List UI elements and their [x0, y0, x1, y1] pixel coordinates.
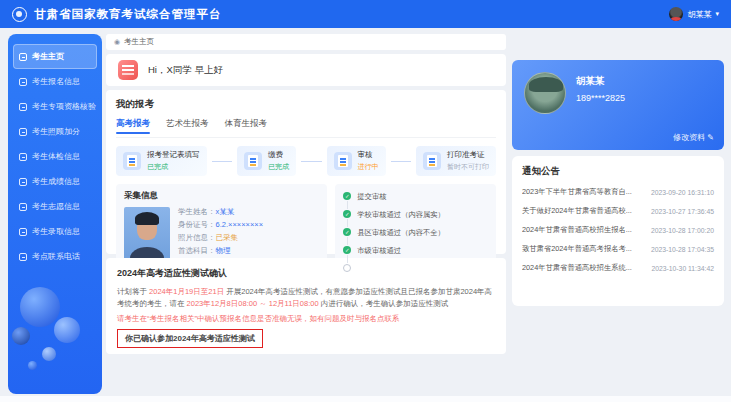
user-name: 胡某某	[687, 9, 711, 20]
breadcrumb-label[interactable]: 考生主页	[124, 37, 154, 47]
notice-time: 2023-10-28 17:00:20	[651, 227, 714, 234]
tab-gaokao[interactable]: 高考报考	[116, 118, 150, 133]
step-connector	[212, 161, 233, 162]
tab-art-student[interactable]: 艺术生报考	[166, 118, 209, 133]
notice-row[interactable]: 2023年下半年甘肃省高等教育自... 2023-09-20 16:31:10	[522, 187, 714, 197]
tab-sports-student[interactable]: 体育生报考	[225, 118, 268, 133]
printer-icon	[423, 152, 441, 170]
sidebar-item-label: 考生报名信息	[32, 76, 80, 87]
sidebar-item-special-qualification[interactable]: 考生专项资格核验	[13, 94, 97, 119]
notice-time: 2023-10-27 17:36:45	[651, 208, 714, 215]
payment-icon	[244, 152, 262, 170]
sidebar-item-preferences[interactable]: 考生志愿信息	[13, 194, 97, 219]
check-icon: ✓	[343, 192, 351, 200]
notices-card: 通知公告 2023年下半年甘肃省高等教育自... 2023-09-20 16:3…	[512, 156, 724, 306]
my-exam-title: 我的报考	[116, 98, 496, 111]
step-review[interactable]: 审核 进行中	[327, 146, 386, 176]
step-print-ticket[interactable]: 打印准考证 暂时不可打印	[416, 146, 496, 176]
user-menu[interactable]: 胡某某 ▾	[669, 7, 719, 21]
registration-icon	[19, 78, 27, 86]
user-avatar-icon	[669, 7, 683, 21]
notice-link[interactable]: 2024年甘肃省普通高校招生报名...	[522, 225, 632, 235]
admission-icon	[19, 228, 27, 236]
notice-link[interactable]: 致甘肃省2024年普通高考报名考...	[522, 244, 632, 254]
step-label: 缴费	[268, 150, 289, 160]
preference-icon	[19, 203, 27, 211]
sidebar-item-label: 考生专项资格核验	[32, 101, 96, 112]
sidebar-item-physical-exam[interactable]: 考生体检信息	[13, 144, 97, 169]
health-icon	[19, 153, 27, 161]
sidebar-item-home[interactable]: 考生主页	[13, 44, 97, 69]
qualification-icon	[19, 103, 27, 111]
sidebar-item-admission[interactable]: 考生录取信息	[13, 219, 97, 244]
sidebar-item-contact-phone[interactable]: 考点联系电话	[13, 244, 97, 269]
check-icon: ✓	[343, 228, 351, 236]
profile-phone: 189****2825	[576, 93, 625, 103]
sidebar-item-label: 考生成绩信息	[32, 176, 80, 187]
confirmed-badge: 你已确认参加2024年高考适应性测试	[117, 329, 263, 348]
edit-pencil-icon: ✎	[707, 133, 714, 142]
breadcrumb: ◉ 考生主页	[106, 34, 506, 50]
score-icon	[19, 178, 27, 186]
step-status: 进行中	[358, 162, 379, 172]
confirm-paragraph: 计划将于 2024年1月19日至21日 开展2024年高考适应性测试，有意愿参加…	[117, 286, 495, 311]
step-label: 审核	[358, 150, 379, 160]
field-student-name: 学生姓名： x某某	[178, 207, 263, 217]
step-status: 已完成	[147, 162, 200, 172]
step-registration-form[interactable]: 报考登记表填写 已完成	[116, 146, 207, 176]
greeting-text: Hi，X同学 早上好	[148, 64, 223, 77]
sidebar-item-label: 考生录取信息	[32, 226, 80, 237]
form-icon	[123, 152, 141, 170]
step-payment[interactable]: 缴费 已完成	[237, 146, 296, 176]
sidebar-item-label: 考生主页	[32, 51, 64, 62]
field-first-subject: 首选科目： 物理	[178, 246, 263, 256]
step-status: 暂时不可打印	[447, 162, 489, 172]
footer-strip	[0, 396, 731, 402]
sidebar-item-scores[interactable]: 考生成绩信息	[13, 169, 97, 194]
step-connector	[301, 161, 322, 162]
step-status: 已完成	[268, 162, 289, 172]
step-connector	[391, 161, 412, 162]
collected-info-title: 采集信息	[124, 190, 319, 202]
notice-row[interactable]: 2024年甘肃省普通高校招生系统... 2023-10-30 11:34:42	[522, 263, 714, 273]
sidebar-item-label: 考生体检信息	[32, 151, 80, 162]
balloon-decoration	[8, 269, 102, 394]
notice-time: 2023-10-28 17:04:35	[651, 246, 714, 253]
sidebar-nav: 考生主页 考生报名信息 考生专项资格核验 考生照顾加分 考生体检信息 考生成绩信…	[8, 34, 102, 394]
timeline-step-county-approved: ✓ 县区审核通过（内容不全）	[343, 228, 488, 246]
sidebar-item-label: 考生照顾加分	[32, 126, 80, 137]
sidebar-item-bonus-points[interactable]: 考生照顾加分	[13, 119, 97, 144]
bonus-icon	[19, 128, 27, 136]
notice-link[interactable]: 关于做好2024年甘肃省普通高校...	[522, 206, 632, 216]
notice-row[interactable]: 关于做好2024年甘肃省普通高校... 2023-10-27 17:36:45	[522, 206, 714, 216]
exam-steps: 报考登记表填写 已完成 缴费 已完成 审核 进行中 打印准考证 暂时不可	[116, 146, 496, 176]
my-exam-card: 我的报考 高考报考 艺术生报考 体育生报考 报考登记表填写 已完成 缴费 已完成…	[106, 90, 506, 254]
breadcrumb-home-icon: ◉	[114, 38, 120, 46]
exam-tabs: 高考报考 艺术生报考 体育生报考	[116, 118, 496, 138]
notice-link[interactable]: 2023年下半年甘肃省高等教育自...	[522, 187, 632, 197]
notice-row[interactable]: 2024年甘肃省普通高校招生报名... 2023-10-28 17:00:20	[522, 225, 714, 235]
adaptive-test-confirm-card: 2024年高考适应性测试确认 计划将于 2024年1月19日至21日 开展202…	[106, 258, 506, 354]
notice-time: 2023-10-30 11:34:42	[651, 265, 714, 272]
notice-row[interactable]: 致甘肃省2024年普通高考报名考... 2023-10-28 17:04:35	[522, 244, 714, 254]
profile-name: 胡某某	[576, 75, 625, 88]
review-icon	[334, 152, 352, 170]
profile-avatar	[524, 72, 566, 114]
field-photo-status: 照片信息： 已采集	[178, 233, 263, 243]
profile-card: 胡某某 189****2825 修改资料 ✎	[512, 60, 724, 150]
sidebar-item-registration-info[interactable]: 考生报名信息	[13, 69, 97, 94]
chevron-down-icon: ▾	[715, 10, 719, 18]
phone-icon	[19, 253, 27, 261]
notices-title: 通知公告	[522, 165, 714, 178]
candidate-photo	[124, 207, 170, 265]
greeting-card: Hi，X同学 早上好	[106, 54, 506, 86]
confirm-window: 2023年12月8日08:00 ～ 12月11日08:00	[187, 299, 319, 308]
notice-link[interactable]: 2024年甘肃省普通高校招生系统...	[522, 263, 632, 273]
app-title: 甘肃省国家教育考试综合管理平台	[34, 7, 222, 22]
platform-logo-icon	[12, 7, 27, 22]
sidebar-item-label: 考生志愿信息	[32, 201, 80, 212]
step-label: 打印准考证	[447, 150, 489, 160]
edit-profile-link[interactable]: 修改资料 ✎	[673, 132, 714, 143]
notice-time: 2023-09-20 16:31:10	[651, 189, 714, 196]
timeline-step-school-approved: ✓ 学校审核通过（内容属实）	[343, 210, 488, 228]
